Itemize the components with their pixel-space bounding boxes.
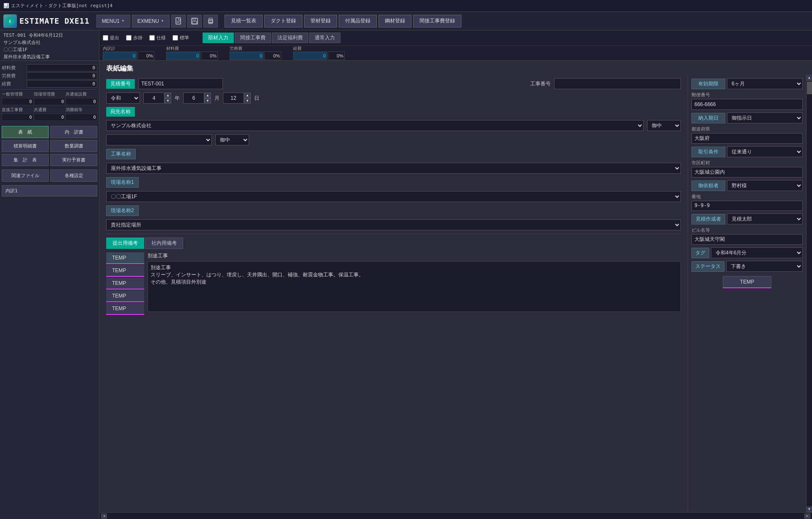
year-down-btn[interactable]: ▼	[165, 98, 171, 104]
month-down-btn[interactable]: ▼	[204, 98, 211, 104]
client-suffix-select[interactable]: 御中	[647, 120, 681, 131]
temp-tabs: TEMP TEMP TEMP TEMP TEMP	[106, 252, 144, 315]
steel-register-button[interactable]: 鋼材登録	[379, 15, 411, 27]
work-name-label-btn[interactable]: 工事名称	[106, 149, 136, 159]
naikei-input[interactable]	[103, 52, 137, 60]
exmenu-button[interactable]: EXMENU ▼	[132, 15, 170, 27]
sidebar-kakushu-button[interactable]: 各種設定	[50, 169, 97, 182]
zairyo-percent[interactable]	[201, 52, 218, 60]
sidebar-hyoshi-button[interactable]: 表 紙	[2, 126, 49, 138]
sidebar-meisai-button[interactable]: 積算明細書	[2, 140, 49, 152]
project-number-input[interactable]	[554, 78, 681, 89]
client-rep-select[interactable]: 野村様	[727, 180, 803, 191]
parts-register-button[interactable]: 付属品登録	[339, 15, 377, 27]
month-input[interactable]	[183, 93, 204, 104]
vscroll-down-arrow[interactable]: ▼	[807, 506, 812, 512]
keihi-percent[interactable]	[328, 52, 345, 60]
duct-register-button[interactable]: ダクト登録	[264, 15, 302, 27]
era-select[interactable]: 令和	[106, 93, 140, 104]
roudou-values	[230, 52, 281, 60]
col-values: 0 0 0	[2, 98, 97, 105]
menu1-button[interactable]: MENU1 ▼	[96, 15, 130, 27]
site1-label-btn[interactable]: 現場名称1	[106, 177, 139, 188]
day-up-btn[interactable]: ▲	[244, 93, 251, 98]
delivery-select[interactable]: 御指示日	[727, 112, 803, 123]
status-select[interactable]: 下書き確定	[726, 261, 803, 272]
project-info: TEST-001 令和4年6月12日	[3, 32, 96, 38]
checkbox-bukata-input[interactable]	[126, 35, 132, 41]
terms-select[interactable]: 従来通り	[727, 146, 803, 157]
keihi-metric: 経費 0	[2, 80, 97, 87]
site1-select[interactable]: 〇〇工場1F	[106, 191, 681, 202]
client-label-btn[interactable]: 宛先名称	[106, 107, 135, 117]
vscroll-thumb[interactable]	[807, 82, 812, 94]
tab-buhin[interactable]: 部材入力	[203, 33, 234, 43]
day-down-btn[interactable]: ▼	[244, 98, 251, 104]
estimate-list-button[interactable]: 見積一覧表	[225, 15, 263, 27]
year-input[interactable]	[143, 93, 165, 104]
tag-select[interactable]: 令和4年6月分	[711, 247, 803, 258]
day-input[interactable]	[223, 93, 244, 104]
site2-label-btn[interactable]: 現場名称2	[106, 205, 139, 216]
address-row: 番地 9-9-9	[691, 194, 803, 211]
temp-tab-2[interactable]: TEMP	[106, 278, 144, 290]
postal-row: 郵便番号	[691, 92, 803, 110]
tab-indirect[interactable]: 間接工事費	[235, 33, 271, 43]
checkbox-shiyou-input[interactable]	[149, 35, 155, 41]
estimator-row: 見積作成者 見積太郎	[691, 213, 803, 224]
sidebar-shukei-button[interactable]: 集 計 表	[2, 154, 49, 166]
vscroll-up-arrow[interactable]: ▲	[807, 75, 812, 81]
site2-select[interactable]: 貴社指定場所	[106, 219, 681, 230]
tab-teishutsu[interactable]: 提出用備考	[106, 238, 144, 249]
naikei-percent[interactable]	[137, 52, 154, 60]
work-name-select[interactable]: 屋外排水通気設備工事	[106, 163, 681, 174]
project-number-label: 工事番号	[530, 80, 551, 87]
sidebar-naiyaku-button[interactable]: 内 訳書	[50, 126, 97, 138]
month-up-btn[interactable]: ▲	[204, 93, 211, 98]
temp-tab-1[interactable]: TEMP	[106, 265, 144, 277]
extra-dropdown[interactable]	[106, 134, 212, 145]
new-doc-button[interactable]	[171, 15, 186, 27]
validity-select[interactable]: 6ヶ月3ヶ月1ヶ月	[727, 78, 803, 89]
svg-text:E: E	[9, 20, 11, 24]
checkbox-teishutsu-input[interactable]	[103, 35, 108, 41]
estimate-number-input[interactable]	[138, 78, 223, 89]
temp-tab-4[interactable]: TEMP	[106, 303, 144, 315]
temp-tab-3[interactable]: TEMP	[106, 290, 144, 302]
postal-input[interactable]	[691, 99, 803, 110]
date-row: 令和 ▲ ▼ 年 ▲ ▼	[106, 93, 681, 104]
extra-suffix-dropdown[interactable]: 御中	[215, 134, 249, 145]
roudou-input[interactable]	[230, 52, 263, 60]
zairyo-input[interactable]	[166, 52, 200, 60]
hscroll-right-arrow[interactable]: ►	[804, 514, 810, 519]
sidebar-btn-grid: 表 紙 内 訳書 積算明細書 数量調書 集 計 表 実行予算書	[2, 124, 97, 168]
roudou-percent[interactable]	[264, 52, 281, 60]
pipe-register-button[interactable]: 管材登録	[304, 15, 337, 27]
estimator-select[interactable]: 見積太郎	[727, 213, 803, 224]
tab-welfare[interactable]: 法定福利費	[272, 33, 308, 43]
hscroll-left-arrow[interactable]: ◄	[101, 514, 107, 519]
indirect-cost-register-button[interactable]: 間接工事費登録	[413, 15, 461, 27]
estimate-number-label[interactable]: 見積番号	[106, 79, 135, 89]
checkbox-hyojun-input[interactable]	[173, 35, 178, 41]
sidebar-jikkou-button[interactable]: 実行予算書	[50, 154, 97, 166]
sidebar-suryou-button[interactable]: 数量調書	[50, 140, 97, 152]
sidebar-kanren-button[interactable]: 関連ファイル	[2, 169, 49, 182]
tab-shanai[interactable]: 社内用備考	[145, 238, 183, 249]
save-button[interactable]	[187, 15, 202, 27]
client-select[interactable]: サンプル株式会社	[106, 120, 644, 131]
temp-button[interactable]: TEMP	[723, 276, 771, 288]
titlebar-text: エスティメイト・ダクト工事版[not regist]4	[11, 3, 112, 9]
estimator-label: 見積作成者	[691, 214, 725, 224]
sidebar-tree-item[interactable]: 内訳1	[2, 185, 97, 197]
year-up-btn[interactable]: ▲	[165, 93, 171, 98]
building-value: 大阪城天守閣	[691, 234, 803, 245]
temp-tab-0[interactable]: TEMP	[106, 252, 144, 264]
work-name-input-row: 屋外排水通気設備工事	[106, 163, 681, 174]
vscroll-track	[807, 81, 812, 506]
vertical-scrollbar[interactable]: ▲ ▼	[806, 75, 812, 512]
tab-normal[interactable]: 通常入力	[309, 33, 340, 43]
print-button[interactable]	[203, 15, 218, 27]
keihi-input[interactable]	[293, 52, 327, 60]
notes-textarea[interactable]	[148, 261, 681, 312]
